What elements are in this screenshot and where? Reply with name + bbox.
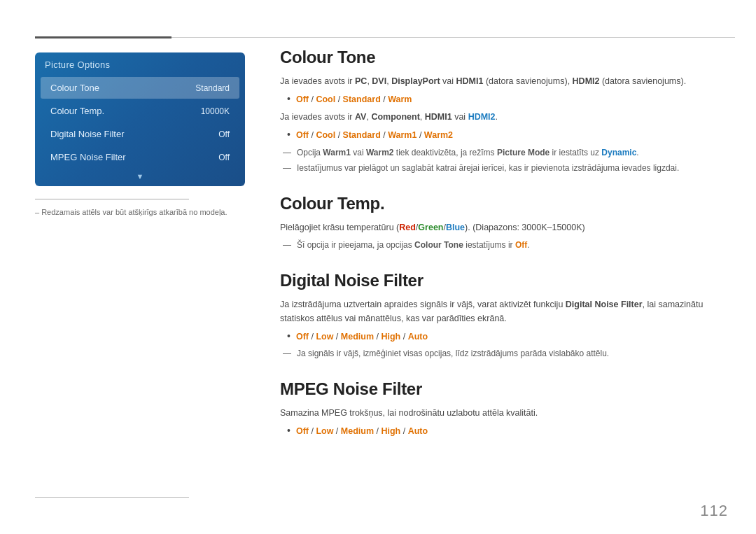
dash-sym-1: — [283,146,291,160]
bullet-text-mnf: Off / Low / Medium / High / Auto [296,424,428,439]
menu-value-digital-noise: Off [218,129,230,139]
page-number: 112 [700,502,728,520]
bullet-dot-mnf: • [287,424,290,438]
menu-label-colour-temp: Colour Temp. [50,106,104,116]
bullet-item-dnf: • Off / Low / Medium / High / Auto [287,330,728,344]
menu-item-digital-noise[interactable]: Digital Noise Filter Off [41,123,239,145]
right-content: Colour Tone Ja ievades avots ir PC, DVI,… [280,48,728,506]
dash-item-ct-2: — Iestatījumus var pielāgot un saglabāt … [280,162,728,176]
bottom-line [35,497,189,498]
section-title-colour-temp: Colour Temp. [280,194,728,213]
menu-down-arrow: ▼ [35,169,245,182]
digital-noise-para1: Ja izstrādājuma uztvertain apraides sign… [280,297,728,326]
dash-text-4: Ja signāls ir vājš, izmēģiniet visas opc… [297,347,609,361]
mpeg-noise-bullets: • Off / Low / Medium / High / Auto [287,424,728,439]
left-panel: Picture Options Colour Tone Standard Col… [35,52,245,218]
dash-item-ct-1: — Opcija Warm1 vai Warm2 tiek deaktivizē… [280,146,728,160]
dash-text-2: Iestatījumus var pielāgot un saglabāt ka… [297,162,679,176]
top-decorative-lines [0,36,756,38]
colour-tone-bullets1: • Off / Cool / Standard / Warm [287,92,728,107]
bullet-item-2: • Off / Cool / Standard / Warm1 / Warm2 [287,128,728,143]
panel-divider [35,199,189,199]
bullet-dot-dnf: • [287,330,290,344]
section-colour-temp: Colour Temp. Pielāgojiet krāsu temperatū… [280,194,728,252]
dash-item-ctemp-1: — Šī opcija ir pieejama, ja opcijas Colo… [280,239,728,253]
section-body-mpeg-noise: Samazina MPEG trokšņus, lai nodrošinātu … [280,406,728,438]
dash-text-1: Opcija Warm1 vai Warm2 tiek deaktivizēta… [297,146,639,160]
mpeg-noise-para1: Samazina MPEG trokšņus, lai nodrošinātu … [280,406,728,421]
dash-sym-3: — [283,239,291,253]
bullet-dot-1: • [287,92,290,106]
menu-value-colour-temp: 10000K [201,106,230,116]
colour-tone-bullets2: • Off / Cool / Standard / Warm1 / Warm2 [287,128,728,143]
bullet-item-1: • Off / Cool / Standard / Warm [287,92,728,107]
menu-item-colour-temp[interactable]: Colour Temp. 10000K [41,100,239,122]
top-dark-line [35,36,172,38]
section-body-colour-temp: Pielāgojiet krāsu temperatūru (Red/Green… [280,220,728,252]
colour-temp-para1: Pielāgojiet krāsu temperatūru (Red/Green… [280,220,728,235]
section-title-colour-tone: Colour Tone [280,48,728,67]
bullet-text-dnf: Off / Low / Medium / High / Auto [296,330,428,344]
bullet-dot-2: • [287,128,290,142]
dash-sym-4: — [283,347,291,361]
dash-sym-2: — [283,162,291,176]
section-title-mpeg-noise: MPEG Noise Filter [280,379,728,399]
menu-label-colour-tone: Colour Tone [50,83,99,93]
menu-item-colour-tone[interactable]: Colour Tone Standard [41,77,239,99]
digital-noise-bullets: • Off / Low / Medium / High / Auto [287,330,728,344]
bullet-text-2: Off / Cool / Standard / Warm1 / Warm2 [296,128,453,143]
dash-text-3: Šī opcija ir pieejama, ja opcijas Colour… [297,239,530,253]
section-digital-noise: Digital Noise Filter Ja izstrādājuma uzt… [280,271,728,362]
section-body-digital-noise: Ja izstrādājuma uztvertain apraides sign… [280,297,728,362]
section-mpeg-noise: MPEG Noise Filter Samazina MPEG trokšņus… [280,379,728,438]
top-light-line [172,37,735,38]
menu-label-mpeg-noise: MPEG Noise Filter [50,152,126,162]
menu-value-mpeg-noise: Off [218,153,230,162]
colour-tone-para1: Ja ievades avots ir PC, DVI, DisplayPort… [280,74,728,89]
picture-options-box: Picture Options Colour Tone Standard Col… [35,52,245,186]
section-colour-tone: Colour Tone Ja ievades avots ir PC, DVI,… [280,48,728,176]
bullet-text-1: Off / Cool / Standard / Warm [296,92,412,107]
menu-value-colour-tone: Standard [195,83,230,93]
picture-options-title: Picture Options [35,52,245,76]
menu-item-mpeg-noise[interactable]: MPEG Noise Filter Off [41,146,239,168]
menu-label-digital-noise: Digital Noise Filter [50,129,124,139]
bullet-item-mnf: • Off / Low / Medium / High / Auto [287,424,728,439]
section-body-colour-tone: Ja ievades avots ir PC, DVI, DisplayPort… [280,74,728,176]
colour-tone-para2: Ja ievades avots ir AV, Component, HDMI1… [280,110,728,125]
section-title-digital-noise: Digital Noise Filter [280,271,728,290]
panel-footnote: – Redzamais attēls var būt atšķirīgs atk… [35,206,245,218]
dash-item-dnf-1: — Ja signāls ir vājš, izmēģiniet visas o… [280,347,728,361]
